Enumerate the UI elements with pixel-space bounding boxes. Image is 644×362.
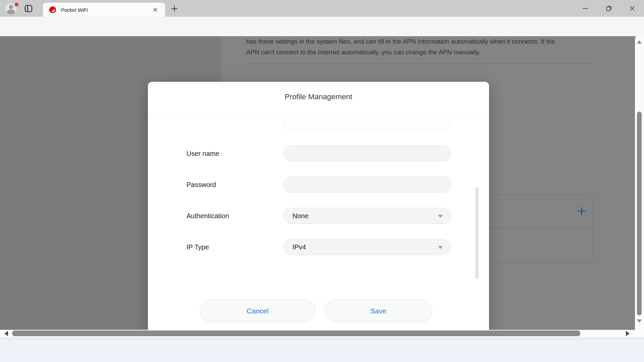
site-favicon [49, 6, 56, 13]
plus-icon [170, 5, 178, 13]
close-icon [152, 6, 159, 13]
authentication-value: None [292, 212, 309, 220]
form-row-authentication: Authentication None [148, 208, 489, 224]
ip-type-select[interactable]: IPv4 [283, 239, 451, 255]
desktop: Pocket WiFi Not secure [0, 0, 644, 362]
horizontal-scroll-thumb[interactable] [12, 330, 580, 336]
window-restore-button[interactable] [599, 0, 619, 16]
window-minimize-button[interactable] [576, 0, 595, 16]
tab-actions-icon [24, 4, 33, 13]
new-tab-button[interactable] [170, 5, 178, 13]
restore-icon [605, 5, 612, 12]
dialog-scroll-thumb[interactable] [475, 187, 479, 279]
browser-tab-strip: Pocket WiFi [0, 0, 644, 17]
save-button[interactable]: Save [324, 300, 432, 322]
dialog-title: Profile Management [148, 93, 489, 101]
ip-type-value: IPv4 [292, 243, 306, 251]
window-close-button[interactable] [623, 0, 642, 16]
authentication-select[interactable]: None [283, 208, 451, 224]
scroll-left-arrow[interactable] [4, 331, 8, 336]
chevron-down-icon [438, 246, 443, 249]
ip-type-label: IP Type [186, 243, 209, 251]
dialog-header-divider [148, 114, 489, 114]
form-row-username: User name [148, 145, 489, 162]
vertical-scroll-thumb[interactable] [637, 112, 642, 315]
password-label: Password [186, 181, 216, 189]
notification-dot [14, 2, 19, 7]
vertical-scrollbar[interactable] [635, 36, 644, 330]
tab-title: Pocket WiFi [61, 7, 88, 13]
username-label: User name [186, 150, 219, 158]
taskbar: ENG UK 10:00 04/09/2024 [0, 339, 644, 362]
browser-toolbar: Not secure 192.168.8.1/#/mobileconnectio… [0, 17, 644, 36]
chevron-down-icon [438, 215, 443, 218]
scroll-up-arrow[interactable] [637, 40, 642, 44]
cancel-button[interactable]: Cancel [200, 300, 316, 322]
tab-actions-button[interactable] [24, 4, 33, 13]
scroll-down-arrow[interactable] [637, 319, 642, 323]
profile-management-dialog: Profile Management User name Password Au… [148, 82, 489, 330]
profile-avatar-button[interactable] [5, 3, 18, 15]
tab-close-button[interactable] [152, 6, 159, 13]
close-icon [629, 5, 636, 12]
form-row-ip-type: IP Type IPv4 [148, 239, 489, 255]
horizontal-scrollbar[interactable] [0, 330, 644, 337]
scroll-right-arrow[interactable] [626, 331, 630, 336]
minimize-icon [582, 5, 589, 12]
authentication-label: Authentication [186, 212, 229, 220]
partial-field-bottom[interactable] [283, 115, 451, 130]
username-input[interactable] [283, 145, 451, 162]
browser-tab[interactable]: Pocket WiFi [43, 3, 165, 17]
form-row-password: Password [148, 177, 489, 193]
password-input[interactable] [283, 177, 451, 193]
